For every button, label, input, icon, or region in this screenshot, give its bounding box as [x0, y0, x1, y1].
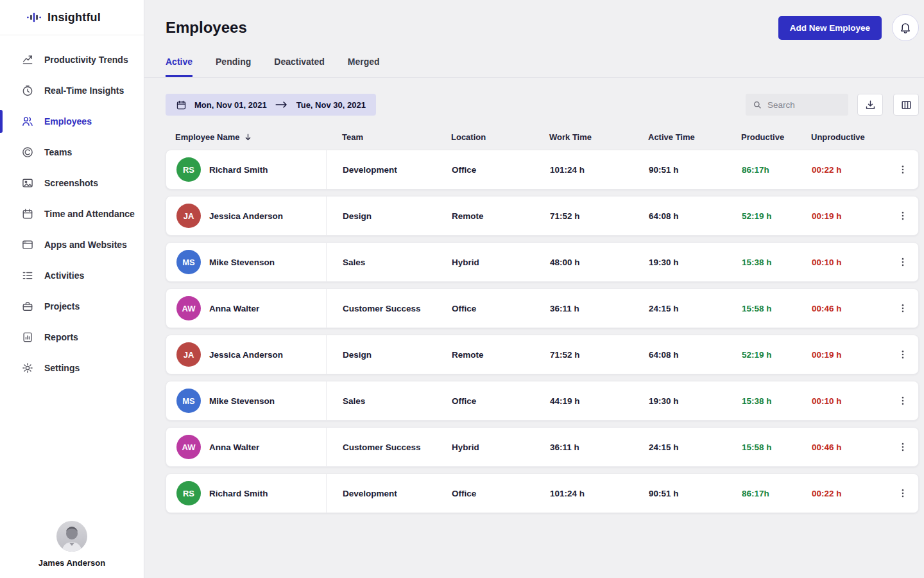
row-menu-button[interactable] — [894, 484, 912, 502]
employee-name: Mike Stevenson — [209, 258, 275, 267]
sidebar-item-activities[interactable]: Activities — [0, 260, 144, 291]
projects-icon — [21, 300, 34, 313]
table-row: AW Anna Walter Customer Success Hybrid 3… — [166, 427, 919, 467]
sidebar-item-screenshots[interactable]: Screenshots — [0, 168, 144, 198]
row-menu-button[interactable] — [894, 438, 912, 456]
sidebar-item-reports[interactable]: Reports — [0, 322, 144, 353]
work-time-cell: 36:11 h — [534, 304, 633, 313]
employee-avatar: RS — [176, 481, 201, 505]
location-cell: Office — [436, 304, 534, 313]
team-cell: Customer Success — [327, 304, 436, 313]
tab-active[interactable]: Active — [166, 57, 193, 77]
work-time-cell: 48:00 h — [534, 258, 633, 267]
employee-avatar: MS — [176, 250, 201, 274]
kebab-icon — [897, 302, 909, 314]
bell-icon — [899, 21, 912, 34]
tab-deactivated[interactable]: Deactivated — [274, 57, 325, 77]
employee-name: Richard Smith — [209, 165, 268, 175]
notifications-button[interactable] — [892, 14, 919, 41]
sidebar-item-projects[interactable]: Projects — [0, 291, 144, 322]
row-menu-button[interactable] — [894, 161, 912, 179]
productive-cell: 86:17h — [726, 489, 796, 498]
sidebar-item-apps-and-websites[interactable]: Apps and Websites — [0, 229, 144, 260]
search-icon — [752, 100, 762, 110]
productive-cell: 15:38 h — [726, 396, 796, 406]
location-cell: Office — [436, 165, 534, 175]
row-menu-button[interactable] — [894, 207, 912, 225]
employee-avatar: RS — [176, 157, 201, 182]
avatar-initials: JA — [184, 211, 194, 221]
employee-avatar: AW — [176, 296, 201, 320]
sort-descending-icon[interactable] — [243, 132, 253, 142]
kebab-icon — [897, 395, 909, 407]
unproductive-cell: 00:19 h — [796, 211, 878, 221]
active-time-cell: 19:30 h — [633, 258, 726, 267]
tab-pending[interactable]: Pending — [216, 57, 251, 77]
employee-name: Anna Walter — [209, 442, 259, 452]
row-menu-button[interactable] — [894, 253, 912, 271]
team-cell: Design — [327, 350, 436, 360]
date-range-picker[interactable]: Mon, Nov 01, 2021 Tue, Nov 30, 2021 — [166, 94, 376, 116]
sidebar-item-productivity-trends[interactable]: Productivity Trends — [0, 44, 144, 75]
search-input[interactable] — [767, 100, 838, 110]
productive-cell: 52:19 h — [726, 211, 796, 221]
sidebar-item-time-and-attendance[interactable]: Time and Attendance — [0, 198, 144, 229]
apps-icon — [21, 238, 34, 251]
sidebar-item-teams[interactable]: Teams — [0, 137, 144, 168]
sidebar-item-label: Teams — [44, 147, 72, 157]
employee-name: Richard Smith — [209, 489, 268, 498]
unproductive-cell: 00:10 h — [796, 396, 878, 406]
app-title: Insightful — [47, 11, 101, 24]
team-cell: Customer Success — [327, 442, 436, 452]
sidebar: Insightful Productivity TrendsReal-Time … — [0, 0, 144, 578]
sidebar-item-employees[interactable]: Employees — [0, 106, 144, 137]
row-menu-button[interactable] — [894, 299, 912, 317]
reports-icon — [21, 331, 34, 344]
unproductive-cell: 00:22 h — [796, 489, 878, 498]
active-time-cell: 90:51 h — [633, 489, 726, 498]
search-box[interactable] — [746, 94, 848, 116]
download-icon — [864, 99, 877, 111]
active-time-cell: 24:15 h — [633, 442, 726, 452]
location-cell: Office — [436, 396, 534, 406]
download-button[interactable] — [857, 94, 883, 116]
column-work-time: Work Time — [533, 132, 632, 142]
productive-cell: 15:38 h — [726, 258, 796, 267]
team-cell: Design — [327, 211, 436, 221]
row-menu-button[interactable] — [894, 346, 912, 363]
sidebar-item-real-time-insights[interactable]: Real-Time Insights — [0, 75, 144, 106]
column-employee-name[interactable]: Employee Name — [175, 132, 239, 142]
column-location: Location — [435, 132, 533, 142]
sidebar-nav: Productivity TrendsReal-Time InsightsEmp… — [0, 44, 144, 383]
employee-name: Mike Stevenson — [209, 396, 275, 406]
table-row: JA Jessica Anderson Design Remote 71:52 … — [166, 196, 919, 236]
table-row: AW Anna Walter Customer Success Office 3… — [166, 288, 919, 328]
column-productive: Productive — [725, 132, 795, 142]
avatar-initials: RS — [183, 489, 194, 498]
column-active-time: Active Time — [632, 132, 725, 142]
tab-merged[interactable]: Merged — [348, 57, 380, 77]
arrow-right-icon — [275, 100, 289, 109]
kebab-icon — [897, 487, 909, 499]
active-time-cell: 90:51 h — [633, 165, 726, 175]
calendar-icon — [21, 207, 34, 220]
columns-button[interactable] — [893, 94, 919, 116]
add-new-employee-button[interactable]: Add New Employee — [778, 16, 882, 40]
table-header: Employee Name Team Location Work Time Ac… — [166, 132, 919, 142]
active-time-cell: 64:08 h — [633, 211, 726, 221]
row-menu-button[interactable] — [894, 392, 912, 410]
team-cell: Development — [327, 165, 436, 175]
clock-icon — [21, 84, 34, 97]
date-end: Tue, Nov 30, 2021 — [296, 100, 366, 110]
productive-cell: 15:58 h — [726, 442, 796, 452]
sidebar-item-settings[interactable]: Settings — [0, 353, 144, 383]
table-row: RS Richard Smith Development Office 101:… — [166, 473, 919, 513]
avatar-initials: MS — [182, 396, 195, 406]
user-avatar-photo[interactable] — [56, 521, 87, 552]
employee-avatar: JA — [176, 204, 201, 228]
table-row: JA Jessica Anderson Design Remote 71:52 … — [166, 335, 919, 374]
work-time-cell: 71:52 h — [534, 211, 633, 221]
settings-icon — [21, 362, 34, 374]
sidebar-item-label: Screenshots — [44, 178, 98, 188]
productive-cell: 15:58 h — [726, 304, 796, 313]
